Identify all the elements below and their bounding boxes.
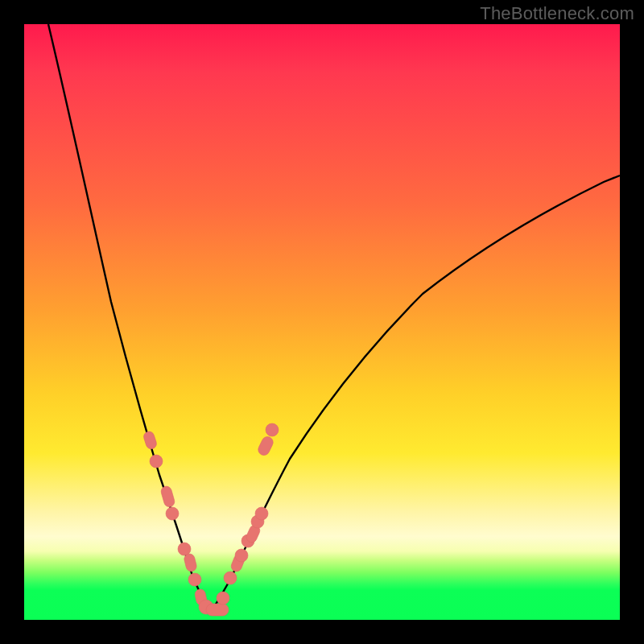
- marker-dot: [235, 549, 248, 562]
- right-curve: [211, 175, 620, 610]
- marker-dot: [206, 604, 229, 616]
- watermark-text: TheBottleneck.com: [480, 3, 634, 24]
- marker-dot: [166, 507, 179, 520]
- marker-dot: [266, 423, 279, 436]
- marker-dot: [255, 507, 268, 520]
- chart-plot-area: [24, 24, 620, 620]
- marker-dot: [150, 455, 163, 468]
- chart-frame: TheBottleneck.com: [0, 0, 644, 644]
- marker-dot: [224, 572, 237, 584]
- left-curve: [48, 24, 211, 610]
- marker-dot: [217, 592, 229, 605]
- marker-dot: [178, 543, 191, 555]
- marker-dot: [256, 435, 275, 457]
- marker-dot: [184, 553, 198, 572]
- marker-dot: [160, 485, 176, 509]
- marker-dot: [188, 573, 201, 586]
- marker-dot: [142, 430, 158, 450]
- chart-svg: [24, 24, 620, 620]
